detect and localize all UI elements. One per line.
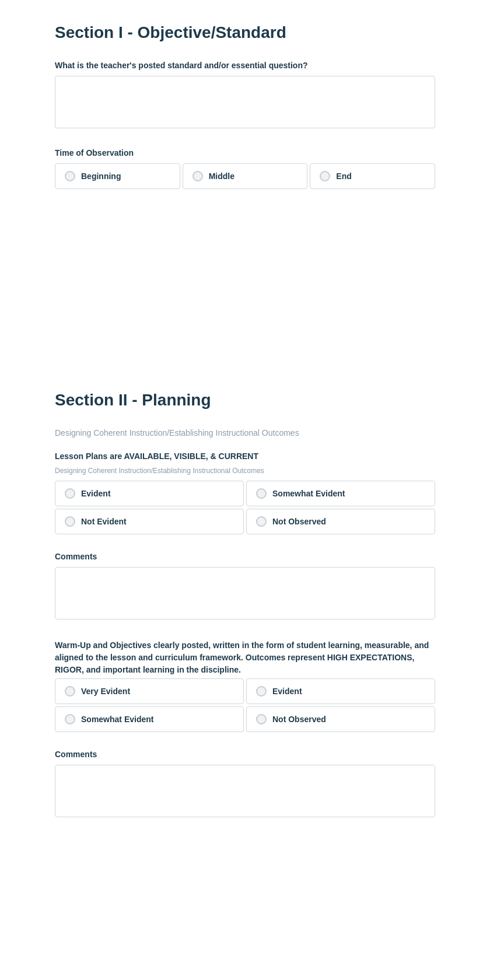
warmup-somewhat-evident-radio bbox=[65, 714, 75, 724]
section-2: Section II - Planning Designing Coherent… bbox=[55, 391, 435, 820]
lesson-plans-not-observed[interactable]: Not Observed bbox=[246, 509, 435, 534]
comments-2-input[interactable] bbox=[55, 765, 435, 817]
comments-2-label: Comments bbox=[55, 750, 435, 759]
time-observation-label: Time of Observation bbox=[55, 148, 435, 158]
lesson-plans-not-observed-radio bbox=[256, 516, 267, 527]
section-1-header: Section I - Objective/Standard bbox=[55, 23, 435, 42]
lesson-plans-not-evident-radio bbox=[65, 516, 75, 527]
time-end-label: End bbox=[336, 172, 351, 181]
time-end-radio bbox=[320, 171, 330, 181]
lesson-plans-somewhat-evident-radio bbox=[256, 488, 267, 499]
section-1: Section I - Objective/Standard What is t… bbox=[55, 23, 435, 370]
lesson-plans-options: Evident Somewhat Evident Not Evident Not… bbox=[55, 481, 435, 534]
page-container: Section I - Objective/Standard What is t… bbox=[0, 0, 490, 864]
section-1-title: Section I - Objective/Standard bbox=[55, 23, 435, 42]
time-end-option[interactable]: End bbox=[310, 163, 435, 189]
lesson-plans-evident-radio bbox=[65, 488, 75, 499]
time-middle-option[interactable]: Middle bbox=[183, 163, 308, 189]
spacer bbox=[55, 206, 435, 370]
lesson-plans-sublabel: Designing Coherent Instruction/Establish… bbox=[55, 467, 435, 475]
time-beginning-radio bbox=[65, 171, 75, 181]
warmup-group: Warm-Up and Objectives clearly posted, w… bbox=[55, 639, 435, 732]
lesson-plans-not-observed-label: Not Observed bbox=[272, 517, 326, 526]
warmup-somewhat-evident-label: Somewhat Evident bbox=[81, 715, 153, 724]
section-2-subtitle: Designing Coherent Instruction/Establish… bbox=[55, 428, 435, 438]
warmup-very-evident-radio bbox=[65, 686, 75, 696]
warmup-evident-label: Evident bbox=[272, 687, 302, 696]
warmup-evident-radio bbox=[256, 686, 267, 696]
lesson-plans-somewhat-evident-label: Somewhat Evident bbox=[272, 489, 345, 498]
lesson-plans-not-evident[interactable]: Not Evident bbox=[55, 509, 244, 534]
time-options-row: Beginning Middle End bbox=[55, 163, 435, 189]
lesson-plans-evident-label: Evident bbox=[81, 489, 111, 498]
section-2-header: Section II - Planning Designing Coherent… bbox=[55, 391, 435, 438]
standard-question-label: What is the teacher's posted standard an… bbox=[55, 61, 435, 70]
lesson-plans-evident[interactable]: Evident bbox=[55, 481, 244, 506]
warmup-label: Warm-Up and Objectives clearly posted, w… bbox=[55, 639, 435, 676]
time-middle-radio bbox=[192, 171, 203, 181]
lesson-plans-not-evident-label: Not Evident bbox=[81, 517, 127, 526]
lesson-plans-label: Lesson Plans are AVAILABLE, VISIBLE, & C… bbox=[55, 452, 435, 461]
time-observation-group: Time of Observation Beginning Middle End bbox=[55, 148, 435, 189]
warmup-somewhat-evident[interactable]: Somewhat Evident bbox=[55, 706, 244, 732]
section-2-title: Section II - Planning bbox=[55, 391, 435, 410]
warmup-options: Very Evident Evident Somewhat Evident No… bbox=[55, 678, 435, 732]
time-middle-label: Middle bbox=[209, 172, 235, 181]
warmup-not-observed[interactable]: Not Observed bbox=[246, 706, 435, 732]
warmup-not-observed-label: Not Observed bbox=[272, 715, 326, 724]
warmup-not-observed-radio bbox=[256, 714, 267, 724]
time-beginning-option[interactable]: Beginning bbox=[55, 163, 180, 189]
comments-1-label: Comments bbox=[55, 552, 435, 561]
standard-question-input[interactable] bbox=[55, 76, 435, 128]
warmup-very-evident[interactable]: Very Evident bbox=[55, 678, 244, 704]
time-beginning-label: Beginning bbox=[81, 172, 121, 181]
warmup-very-evident-label: Very Evident bbox=[81, 687, 130, 696]
standard-question-group: What is the teacher's posted standard an… bbox=[55, 61, 435, 131]
lesson-plans-somewhat-evident[interactable]: Somewhat Evident bbox=[246, 481, 435, 506]
comments-2-group: Comments bbox=[55, 750, 435, 820]
comments-1-group: Comments bbox=[55, 552, 435, 622]
comments-1-input[interactable] bbox=[55, 567, 435, 620]
warmup-evident[interactable]: Evident bbox=[246, 678, 435, 704]
lesson-plans-group: Lesson Plans are AVAILABLE, VISIBLE, & C… bbox=[55, 452, 435, 534]
